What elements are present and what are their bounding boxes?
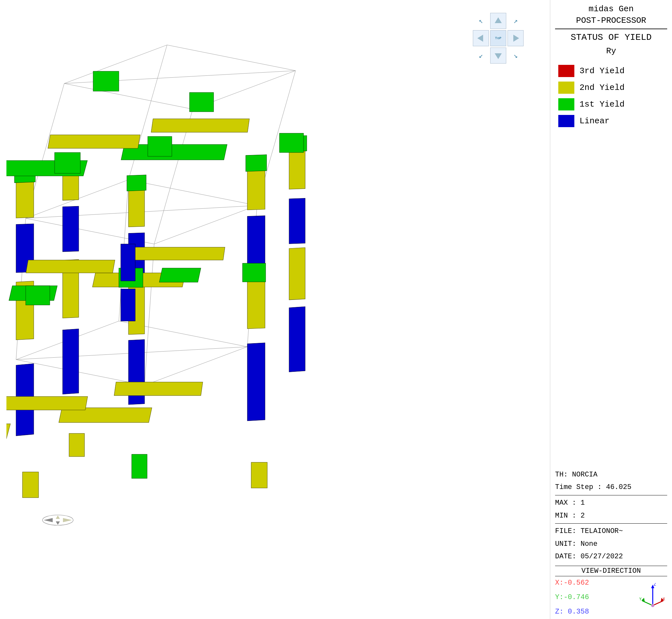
svg-rect-59: [189, 92, 213, 112]
svg-marker-1: [477, 35, 483, 42]
svg-rect-50: [26, 260, 115, 273]
legend-item-3rd: 3rd Yield: [558, 65, 667, 77]
info-section: TH: NORCIA Time Step : 46.025 MAX : 1 MI…: [555, 468, 667, 563]
structure-view: .col-blue { fill: #0000cc; stroke: #0000…: [6, 19, 392, 565]
svg-rect-69: [69, 433, 84, 457]
svg-marker-3: [495, 53, 502, 59]
legend-label-linear: Linear: [579, 116, 610, 126]
legend-color-1st: [558, 98, 574, 111]
nav-topleft[interactable]: ↖: [473, 13, 489, 29]
svg-rect-61: [26, 286, 50, 305]
nav-top[interactable]: [490, 13, 506, 29]
component-label: Ry: [555, 46, 667, 56]
svg-rect-49: [159, 268, 201, 282]
processor-label: POST-PROCESSOR: [555, 15, 667, 26]
coord-y: Y:-0.746: [555, 593, 589, 601]
nav-bottom[interactable]: [490, 48, 506, 64]
svg-rect-32: [289, 306, 305, 372]
svg-rect-44: [48, 135, 140, 148]
nav-widget[interactable]: ↖ ↗ ToP ↙ ↘: [473, 13, 524, 64]
svg-rect-45: [151, 119, 250, 132]
svg-rect-67: [251, 462, 267, 488]
svg-rect-56: [55, 152, 80, 174]
coord-x: X:-0.562: [555, 579, 589, 587]
svg-rect-65: [121, 244, 135, 281]
svg-line-14: [144, 244, 154, 385]
svg-rect-54: [6, 397, 88, 410]
svg-text:Y: Y: [639, 597, 642, 602]
date-label: DATE: 05/27/2022: [555, 550, 667, 563]
view-direction-title: VIEW-DIRECTION: [555, 566, 667, 576]
svg-marker-0: [495, 17, 502, 23]
svg-rect-41: [127, 175, 146, 191]
coord-list: X:-0.562 Y:-0.746 Z: 0.358: [555, 579, 589, 616]
axes-widget: Z Y X: [638, 583, 667, 612]
svg-rect-63: [243, 263, 266, 282]
legend-item-1st: 1st Yield: [558, 98, 667, 111]
svg-rect-34: [289, 198, 305, 244]
max-label: MAX : 1: [555, 497, 667, 509]
svg-rect-68: [132, 454, 147, 478]
svg-marker-2: [513, 35, 519, 42]
timestep-label: Time Step : 46.025: [555, 481, 667, 494]
svg-marker-71: [44, 518, 53, 522]
svg-line-81: [653, 601, 663, 606]
svg-rect-66: [22, 472, 39, 498]
legend-color-2nd: [558, 81, 574, 94]
svg-rect-51: [133, 247, 225, 260]
legend-label-3rd: 3rd Yield: [579, 66, 624, 76]
svg-rect-58: [280, 133, 304, 152]
svg-rect-30: [63, 206, 79, 252]
nav-left[interactable]: [473, 30, 489, 46]
svg-rect-64: [121, 289, 135, 321]
view-coords: X:-0.562 Y:-0.746 Z: 0.358 Z Y: [555, 579, 667, 616]
nav-bottomright[interactable]: ↘: [507, 48, 524, 64]
info-divider-2: [555, 523, 667, 524]
svg-rect-57: [148, 136, 172, 156]
svg-rect-60: [93, 71, 119, 91]
svg-rect-28: [63, 329, 79, 394]
svg-text:X: X: [663, 597, 665, 602]
svg-rect-25: [247, 216, 265, 265]
svg-marker-74: [56, 522, 60, 525]
title-divider: [555, 28, 667, 29]
svg-marker-73: [56, 515, 60, 519]
svg-rect-33: [289, 248, 305, 300]
min-label: MIN : 2: [555, 509, 667, 522]
file-label: FILE: TELAIONOR~: [555, 525, 667, 538]
right-panel: midas Gen POST-PROCESSOR STATUS OF YIELD…: [550, 0, 672, 619]
th-label: TH: NORCIA: [555, 468, 667, 481]
unit-label: UNIT: None: [555, 538, 667, 551]
svg-marker-72: [63, 518, 72, 522]
app-title: midas Gen: [555, 3, 667, 15]
info-divider-1: [555, 495, 667, 495]
view-direction-section: VIEW-DIRECTION X:-0.562 Y:-0.746 Z: 0.35…: [555, 566, 667, 616]
legend-section: 3rd Yield 2nd Yield 1st Yield Linear: [558, 65, 667, 127]
legend-color-linear: [558, 115, 574, 127]
svg-rect-27: [246, 155, 266, 171]
nav-right[interactable]: [507, 30, 524, 46]
legend-item-linear: Linear: [558, 115, 667, 127]
legend-color-3rd: [558, 65, 574, 77]
svg-line-78: [642, 601, 653, 606]
svg-text:Z: Z: [654, 583, 656, 587]
svg-rect-23: [247, 343, 265, 421]
legend-label-1st: 1st Yield: [579, 99, 624, 109]
svg-rect-55: [114, 382, 203, 396]
coord-z: Z: 0.358: [555, 608, 589, 616]
result-type: STATUS OF YIELD: [555, 32, 667, 43]
svg-rect-52: [6, 424, 10, 439]
svg-point-84: [651, 604, 654, 607]
nav-topright[interactable]: ↗: [507, 13, 524, 29]
nav-center-top[interactable]: ToP: [490, 30, 506, 46]
nav-bottomleft[interactable]: ↙: [473, 48, 489, 64]
legend-item-2nd: 2nd Yield: [558, 81, 667, 94]
main-viewport: ↖ ↗ ToP ↙ ↘ .col-blue { fill: #0000cc;: [0, 0, 550, 619]
legend-label-2nd: 2nd Yield: [579, 83, 624, 92]
